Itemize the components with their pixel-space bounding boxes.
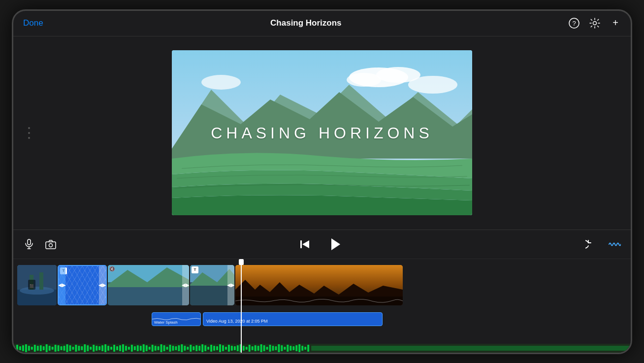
svg-rect-37 xyxy=(25,344,27,352)
clip4-right-handle[interactable]: ◀▶ xyxy=(227,265,234,305)
svg-rect-68 xyxy=(116,346,118,350)
svg-rect-63 xyxy=(101,345,103,351)
control-left xyxy=(23,238,57,250)
svg-text:+: + xyxy=(612,18,618,28)
svg-rect-84 xyxy=(163,345,165,351)
svg-rect-125 xyxy=(284,347,286,350)
svg-rect-74 xyxy=(134,346,136,350)
svg-rect-111 xyxy=(243,346,245,351)
timeline-area[interactable]: ⬛ T ◀▶ ◀▶ xyxy=(13,259,631,353)
svg-point-2 xyxy=(593,22,597,25)
help-button[interactable]: ? xyxy=(569,18,580,29)
svg-text:?: ? xyxy=(572,20,576,27)
audio-bar xyxy=(13,344,631,353)
svg-rect-39 xyxy=(31,347,33,350)
skip-back-button[interactable] xyxy=(298,238,311,251)
svg-rect-133 xyxy=(307,345,309,352)
svg-rect-117 xyxy=(260,344,262,352)
svg-rect-78 xyxy=(146,345,148,351)
svg-rect-48 xyxy=(58,345,60,351)
svg-rect-86 xyxy=(169,345,171,352)
mic-button[interactable] xyxy=(23,238,35,250)
svg-rect-115 xyxy=(255,345,257,351)
settings-button[interactable] xyxy=(589,18,600,29)
svg-rect-96 xyxy=(198,346,200,351)
svg-rect-126 xyxy=(287,345,289,352)
clip-4[interactable]: T ◀▶ xyxy=(190,265,234,305)
svg-rect-131 xyxy=(301,346,303,351)
play-button[interactable] xyxy=(326,235,344,253)
svg-rect-127 xyxy=(290,346,291,351)
audio-wave-button[interactable] xyxy=(608,238,621,251)
undo-button[interactable] xyxy=(585,238,598,251)
svg-rect-43 xyxy=(43,346,45,350)
svg-rect-15 xyxy=(300,240,302,248)
svg-rect-55 xyxy=(78,346,80,351)
svg-rect-106 xyxy=(228,345,230,352)
svg-rect-76 xyxy=(140,346,142,351)
control-center xyxy=(298,235,344,253)
clip-1[interactable]: ⬛ xyxy=(17,265,57,305)
svg-rect-62 xyxy=(98,346,100,350)
svg-rect-53 xyxy=(72,347,74,350)
clip4-type-icon: T xyxy=(192,266,198,273)
video-aug-label: Video Aug 13, 2020 at 2:05 PM xyxy=(206,319,267,324)
svg-rect-107 xyxy=(231,346,233,351)
svg-rect-90 xyxy=(181,344,183,352)
svg-rect-57 xyxy=(84,344,86,352)
svg-rect-64 xyxy=(104,344,106,352)
svg-point-14 xyxy=(49,243,53,247)
svg-rect-69 xyxy=(119,345,121,351)
svg-rect-21 xyxy=(39,272,43,290)
svg-rect-113 xyxy=(249,345,251,352)
project-title: Chasing Horizons xyxy=(270,18,342,28)
svg-rect-129 xyxy=(295,345,297,351)
playhead[interactable] xyxy=(241,259,242,353)
svg-rect-105 xyxy=(225,347,227,350)
svg-rect-44 xyxy=(46,344,48,352)
svg-rect-54 xyxy=(75,345,77,352)
svg-rect-122 xyxy=(275,346,277,350)
svg-rect-119 xyxy=(266,347,268,350)
svg-rect-108 xyxy=(234,346,236,350)
clip-3[interactable]: 🔇 ◀▶ xyxy=(108,265,189,305)
control-right xyxy=(585,238,621,251)
svg-rect-51 xyxy=(66,344,68,352)
svg-rect-116 xyxy=(258,346,259,351)
svg-point-8 xyxy=(408,76,457,94)
svg-rect-97 xyxy=(201,344,203,352)
clip-5[interactable] xyxy=(235,265,403,305)
control-bar xyxy=(13,230,631,259)
clip-right-handle[interactable]: ◀▶ xyxy=(99,266,106,304)
svg-rect-81 xyxy=(155,346,157,351)
svg-rect-94 xyxy=(193,346,194,350)
svg-rect-58 xyxy=(87,345,89,351)
svg-rect-124 xyxy=(281,345,283,351)
svg-marker-16 xyxy=(302,240,309,248)
svg-rect-41 xyxy=(37,346,39,351)
water-splash-clip[interactable]: Water Splash xyxy=(152,312,201,326)
svg-rect-89 xyxy=(178,345,180,351)
device-frame: Done Chasing Horizons ? + xyxy=(12,9,632,354)
clip-2[interactable]: T ◀▶ ◀▶ xyxy=(58,265,107,305)
video-aug-clip[interactable]: Video Aug 13, 2020 at 2:05 PM xyxy=(203,312,383,326)
svg-rect-70 xyxy=(122,344,124,352)
clip3-right-handle[interactable]: ◀▶ xyxy=(182,265,189,305)
done-button[interactable]: Done xyxy=(23,18,43,28)
svg-rect-102 xyxy=(216,346,218,350)
svg-point-19 xyxy=(20,287,54,295)
add-button[interactable]: + xyxy=(610,18,621,29)
svg-rect-99 xyxy=(207,347,209,350)
svg-rect-61 xyxy=(96,346,97,351)
svg-rect-38 xyxy=(28,346,30,351)
svg-rect-65 xyxy=(107,346,109,351)
svg-rect-120 xyxy=(269,345,271,352)
camera-button[interactable] xyxy=(45,238,57,250)
svg-rect-101 xyxy=(213,346,215,351)
svg-rect-95 xyxy=(195,345,197,351)
svg-rect-34 xyxy=(16,345,18,352)
svg-rect-85 xyxy=(166,347,168,350)
svg-rect-104 xyxy=(222,345,224,351)
top-bar-actions: ? + xyxy=(569,18,621,29)
svg-rect-80 xyxy=(152,345,154,352)
